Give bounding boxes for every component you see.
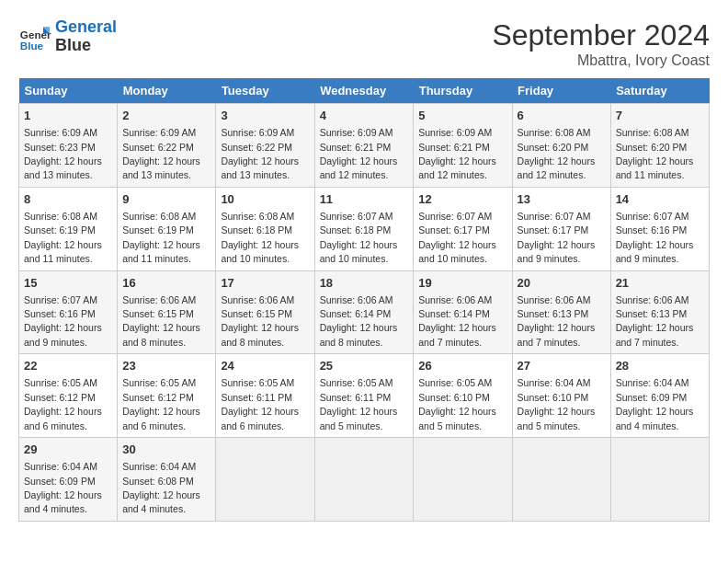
day-cell: 20 Sunrise: 6:06 AMSunset: 6:13 PMDaylig… [512,270,610,354]
day-number: 13 [518,191,606,208]
calendar-body: 1 Sunrise: 6:09 AMSunset: 6:23 PMDayligh… [19,104,710,522]
day-info: Sunrise: 6:06 AMSunset: 6:13 PMDaylight:… [518,294,596,348]
svg-text:Blue: Blue [20,39,44,51]
day-cell: 24 Sunrise: 6:05 AMSunset: 6:11 PMDaylig… [216,354,314,438]
day-info: Sunrise: 6:07 AMSunset: 6:16 PMDaylight:… [616,211,694,264]
calendar-table: SundayMondayTuesdayWednesdayThursdayFrid… [18,78,710,522]
day-cell: 29 Sunrise: 6:04 AMSunset: 6:09 PMDaylig… [19,438,118,522]
day-info: Sunrise: 6:04 AMSunset: 6:09 PMDaylight:… [616,377,694,431]
header-day-tuesday: Tuesday [216,78,314,104]
day-info: Sunrise: 6:04 AMSunset: 6:08 PMDaylight:… [122,461,200,514]
day-cell [414,438,512,522]
day-cell [216,438,314,522]
header-day-friday: Friday [512,78,610,104]
day-number: 6 [518,108,606,124]
day-info: Sunrise: 6:09 AMSunset: 6:22 PMDaylight:… [122,127,200,180]
day-info: Sunrise: 6:08 AMSunset: 6:19 PMDaylight:… [122,211,200,264]
day-cell: 28 Sunrise: 6:04 AMSunset: 6:09 PMDaylig… [610,354,709,438]
day-cell: 30 Sunrise: 6:04 AMSunset: 6:08 PMDaylig… [118,438,216,522]
day-info: Sunrise: 6:06 AMSunset: 6:14 PMDaylight:… [320,294,398,348]
day-number: 1 [24,108,112,124]
day-info: Sunrise: 6:08 AMSunset: 6:19 PMDaylight:… [24,211,102,264]
day-cell: 4 Sunrise: 6:09 AMSunset: 6:21 PMDayligh… [314,104,414,188]
day-cell [610,438,709,522]
day-cell: 3 Sunrise: 6:09 AMSunset: 6:22 PMDayligh… [216,104,314,188]
day-cell: 2 Sunrise: 6:09 AMSunset: 6:22 PMDayligh… [118,104,216,188]
day-number: 12 [418,191,506,208]
day-info: Sunrise: 6:08 AMSunset: 6:18 PMDaylight:… [221,211,299,264]
header-row: SundayMondayTuesdayWednesdayThursdayFrid… [19,78,710,104]
header-day-sunday: Sunday [19,78,118,104]
day-cell: 16 Sunrise: 6:06 AMSunset: 6:15 PMDaylig… [118,270,216,354]
day-number: 19 [418,275,506,292]
day-number: 22 [24,358,112,374]
day-number: 10 [221,191,309,208]
day-info: Sunrise: 6:09 AMSunset: 6:21 PMDaylight:… [320,127,398,180]
title-area: September 2024 Mbattra, Ivory Coast [492,18,710,69]
day-cell: 25 Sunrise: 6:05 AMSunset: 6:11 PMDaylig… [314,354,414,438]
day-number: 5 [418,108,506,124]
day-info: Sunrise: 6:07 AMSunset: 6:16 PMDaylight:… [24,294,102,348]
day-number: 21 [616,275,704,292]
day-cell: 17 Sunrise: 6:06 AMSunset: 6:15 PMDaylig… [216,270,314,354]
day-cell: 22 Sunrise: 6:05 AMSunset: 6:12 PMDaylig… [19,354,118,438]
week-row-3: 15 Sunrise: 6:07 AMSunset: 6:16 PMDaylig… [19,270,710,354]
day-cell: 8 Sunrise: 6:08 AMSunset: 6:19 PMDayligh… [19,187,118,270]
day-info: Sunrise: 6:06 AMSunset: 6:15 PMDaylight:… [221,294,299,348]
day-cell: 1 Sunrise: 6:09 AMSunset: 6:23 PMDayligh… [19,104,118,188]
day-number: 23 [122,358,210,374]
header-day-wednesday: Wednesday [314,78,414,104]
day-info: Sunrise: 6:05 AMSunset: 6:10 PMDaylight:… [418,377,496,431]
day-cell: 11 Sunrise: 6:07 AMSunset: 6:18 PMDaylig… [314,187,414,270]
day-cell: 5 Sunrise: 6:09 AMSunset: 6:21 PMDayligh… [414,104,512,188]
day-number: 9 [122,191,210,208]
day-number: 7 [616,108,704,124]
calendar-header: SundayMondayTuesdayWednesdayThursdayFrid… [19,78,710,104]
day-cell: 10 Sunrise: 6:08 AMSunset: 6:18 PMDaylig… [216,187,314,270]
day-cell: 27 Sunrise: 6:04 AMSunset: 6:10 PMDaylig… [512,354,610,438]
day-number: 15 [24,275,112,292]
day-cell: 6 Sunrise: 6:08 AMSunset: 6:20 PMDayligh… [512,104,610,188]
day-number: 25 [320,358,409,374]
header: General Blue GeneralBlue September 2024 … [18,18,710,69]
day-cell: 19 Sunrise: 6:06 AMSunset: 6:14 PMDaylig… [414,270,512,354]
day-cell [512,438,610,522]
day-number: 14 [616,191,704,208]
day-info: Sunrise: 6:09 AMSunset: 6:23 PMDaylight:… [24,127,102,180]
day-info: Sunrise: 6:05 AMSunset: 6:12 PMDaylight:… [122,377,200,431]
day-number: 27 [518,358,606,374]
day-number: 17 [221,275,309,292]
header-day-saturday: Saturday [610,78,709,104]
location-title: Mbattra, Ivory Coast [492,52,710,69]
header-day-thursday: Thursday [414,78,512,104]
day-number: 20 [518,275,606,292]
day-info: Sunrise: 6:05 AMSunset: 6:12 PMDaylight:… [24,377,102,431]
day-number: 3 [221,108,309,124]
day-cell: 15 Sunrise: 6:07 AMSunset: 6:16 PMDaylig… [19,270,118,354]
day-info: Sunrise: 6:09 AMSunset: 6:21 PMDaylight:… [418,127,496,180]
week-row-1: 1 Sunrise: 6:09 AMSunset: 6:23 PMDayligh… [19,104,710,188]
day-number: 26 [418,358,506,374]
day-info: Sunrise: 6:06 AMSunset: 6:14 PMDaylight:… [418,294,496,348]
day-info: Sunrise: 6:06 AMSunset: 6:13 PMDaylight:… [616,294,694,348]
day-number: 18 [320,275,409,292]
day-info: Sunrise: 6:06 AMSunset: 6:15 PMDaylight:… [122,294,200,348]
day-info: Sunrise: 6:05 AMSunset: 6:11 PMDaylight:… [221,377,299,431]
day-info: Sunrise: 6:09 AMSunset: 6:22 PMDaylight:… [221,127,299,180]
day-number: 16 [122,275,210,292]
day-cell: 14 Sunrise: 6:07 AMSunset: 6:16 PMDaylig… [610,187,709,270]
day-info: Sunrise: 6:07 AMSunset: 6:18 PMDaylight:… [320,211,398,264]
day-info: Sunrise: 6:07 AMSunset: 6:17 PMDaylight:… [418,211,496,264]
logo-icon: General Blue [18,20,51,53]
day-number: 30 [122,442,210,458]
day-number: 28 [616,358,704,374]
day-info: Sunrise: 6:08 AMSunset: 6:20 PMDaylight:… [518,127,596,180]
logo: General Blue GeneralBlue [18,18,117,55]
day-cell: 12 Sunrise: 6:07 AMSunset: 6:17 PMDaylig… [414,187,512,270]
day-number: 8 [24,191,112,208]
day-info: Sunrise: 6:04 AMSunset: 6:10 PMDaylight:… [518,377,596,431]
day-info: Sunrise: 6:04 AMSunset: 6:09 PMDaylight:… [24,461,102,514]
day-cell: 13 Sunrise: 6:07 AMSunset: 6:17 PMDaylig… [512,187,610,270]
day-cell: 21 Sunrise: 6:06 AMSunset: 6:13 PMDaylig… [610,270,709,354]
day-cell: 18 Sunrise: 6:06 AMSunset: 6:14 PMDaylig… [314,270,414,354]
